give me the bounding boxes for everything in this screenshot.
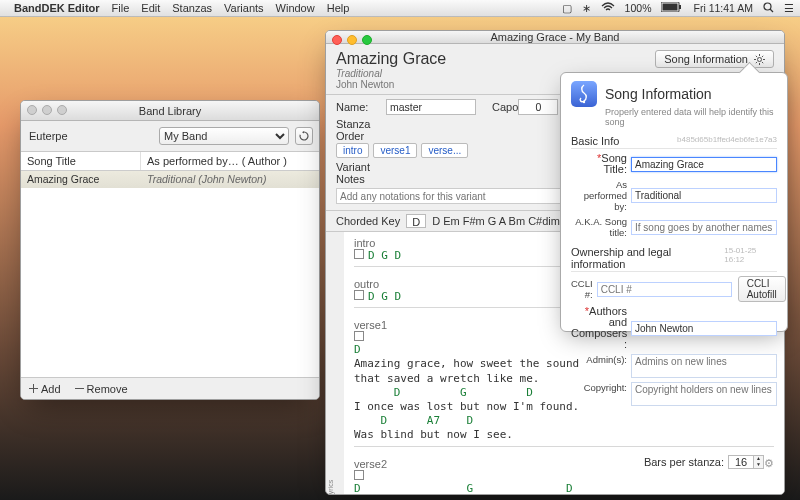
svg-line-15 [756,61,757,62]
capo-input[interactable] [518,99,558,115]
bluetooth-icon[interactable]: ∗ [582,2,591,14]
minimize-icon[interactable] [42,105,52,115]
close-icon[interactable] [27,105,37,115]
song-info-popover: Song Information Properly entered data w… [560,72,788,332]
ccli-label: CCLI #: [571,278,597,300]
key-chip[interactable]: D [406,214,426,228]
svg-rect-2 [663,4,678,11]
editor-title: Amazing Grace - My Band [491,31,620,43]
bars-value[interactable]: 16 [728,455,754,469]
admins-field[interactable] [631,354,777,378]
close-icon[interactable] [332,35,342,45]
stanza-marker-icon[interactable] [354,290,364,300]
menu-window[interactable]: Window [276,2,315,14]
wifi-pct: 100% [625,2,652,14]
battery-icon[interactable] [661,2,683,14]
bars-stepper[interactable]: ▲▼ [754,455,764,469]
keys-list: D Em F#m G A Bm C#dim [432,215,560,227]
stanza-chip[interactable]: intro [336,143,369,158]
library-window: Band Library Euterpe My Band Song Title … [20,100,320,400]
ccli-field[interactable] [597,282,732,297]
remove-button[interactable]: Remove [75,383,128,395]
wifi-icon[interactable] [601,2,615,14]
editor-titlebar[interactable]: Amazing Grace - My Band [326,31,784,44]
stanza-marker-icon[interactable] [354,249,364,259]
basic-info-label: Basic Info [571,135,619,147]
side-label: Chords & Lyrics [326,232,344,495]
song-title-label: *Song Title: [571,153,631,175]
notifications-icon[interactable]: ☰ [784,2,794,14]
stanza-verse2: Bars per stanza: 16 ▲▼ verse2⚙ D G D 'Tw… [354,457,774,495]
chord-line[interactable]: D G D [354,482,774,495]
menu-variants[interactable]: Variants [224,2,264,14]
variant-notes-label: Variant Notes [336,161,386,185]
variant-name-input[interactable] [386,99,476,115]
aka-label: A.K.A. Song title: [571,216,631,238]
song-title-field[interactable] [631,157,777,172]
stanza-chip[interactable]: verse1 [373,143,417,158]
admins-label: Admin(s): [571,354,631,365]
menubar: BandDEK Editor File Edit Stanzas Variant… [0,0,800,17]
cell-title: Amazing Grace [21,171,141,188]
stanza-chip[interactable]: verse... [421,143,468,158]
airplay-icon[interactable]: ▢ [562,2,572,14]
gear-icon [754,54,765,65]
add-button[interactable]: Add [29,383,61,395]
spotlight-icon[interactable] [763,2,774,15]
library-title: Band Library [139,105,201,117]
chord-line[interactable]: D G D [368,249,401,262]
col-title[interactable]: Song Title [21,152,141,170]
copyright-field[interactable] [631,382,777,406]
performed-by-label: As performed by: [571,179,631,212]
bars-label: Bars per stanza: [644,456,724,468]
copyright-label: Copyright: [571,382,631,393]
zoom-icon[interactable] [362,35,372,45]
menu-help[interactable]: Help [327,2,350,14]
svg-point-17 [583,101,585,103]
svg-point-3 [764,3,771,10]
library-header: Song Title As performed by… ( Author ) [21,152,319,171]
lyric-line[interactable]: Was blind but now I see. [354,427,774,442]
stanza-name: intro [354,237,375,249]
chorded-key-label: Chorded Key [336,215,400,227]
aka-field[interactable] [631,220,777,235]
performed-by-field[interactable] [631,188,777,203]
svg-line-13 [756,55,757,56]
capo-label: Capo [492,101,518,113]
svg-rect-1 [679,5,681,9]
svg-point-8 [758,57,762,61]
col-performer[interactable]: As performed by… ( Author ) [141,152,319,170]
stanza-marker-icon[interactable] [354,331,364,341]
authors-label: *Authors and Composers : [571,306,631,350]
svg-line-16 [762,55,763,56]
menu-edit[interactable]: Edit [141,2,160,14]
chord-line[interactable]: D G D [368,290,401,303]
ccli-autofill-button[interactable]: CCLI Autofill [738,276,786,302]
stanza-name: verse2 [354,458,387,470]
stanza-order-label: Stanza Order [336,118,386,142]
gear-icon[interactable]: ⚙ [764,457,774,470]
chord-line[interactable]: D A7 D [354,414,774,427]
zoom-icon[interactable] [57,105,67,115]
stanza-marker-icon[interactable] [354,470,364,480]
library-body[interactable]: Amazing Grace Traditional (John Newton) [21,171,319,377]
library-titlebar[interactable]: Band Library [21,101,319,121]
library-source: Euterpe [27,130,68,142]
menu-file[interactable]: File [112,2,130,14]
song-info-button[interactable]: Song Information [655,50,774,68]
table-row[interactable]: Amazing Grace Traditional (John Newton) [21,171,319,188]
authors-field[interactable] [631,321,777,336]
minimize-icon[interactable] [347,35,357,45]
clock[interactable]: Fri 11:41 AM [693,2,753,14]
stanza-name: outro [354,278,379,290]
cell-performer: Traditional (John Newton) [141,171,319,188]
band-select[interactable]: My Band [159,127,289,145]
variant-name-label: Name: [336,101,386,113]
popover-title: Song Information [605,86,712,102]
menu-stanzas[interactable]: Stanzas [172,2,212,14]
song-hash: b485d65b1ffed4eb6fe1e7a3 [677,135,777,147]
app-menu[interactable]: BandDEK Editor [14,2,100,14]
ownership-label: Ownership and legal information [571,246,724,270]
stanza-name: verse1 [354,319,387,331]
refresh-button[interactable] [295,127,313,145]
